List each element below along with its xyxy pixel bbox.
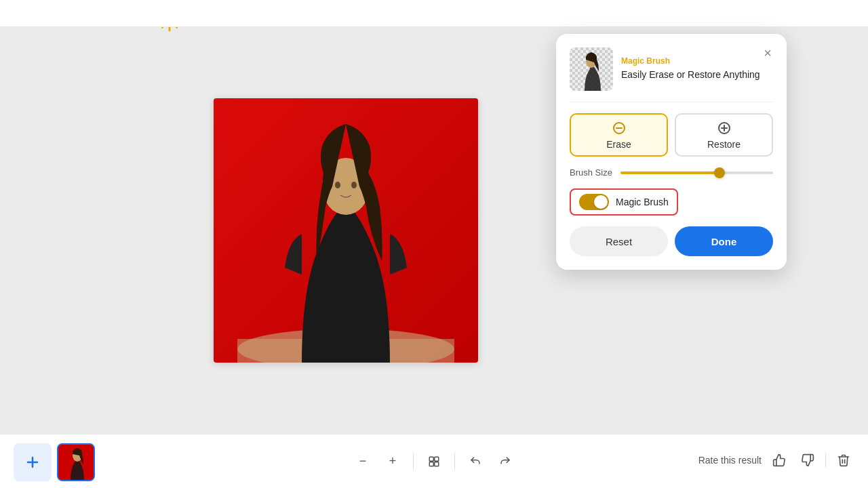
fit-button[interactable] (422, 449, 446, 474)
brush-size-label: Brush Size (570, 167, 612, 178)
add-page-button[interactable] (14, 443, 52, 481)
restore-mode-button[interactable]: Restore (675, 113, 773, 157)
svg-rect-33 (435, 457, 439, 461)
magic-brush-panel: × Magic Brush (556, 34, 787, 270)
brush-size-slider[interactable] (620, 171, 773, 174)
rate-label: Rate this result (698, 455, 762, 466)
thumbnail-strip (14, 443, 95, 481)
svg-point-16 (351, 182, 357, 188)
brush-slider-thumb (714, 167, 725, 178)
close-button[interactable]: × (758, 43, 777, 62)
top-bar (0, 0, 868, 27)
toolbar-divider-2 (454, 453, 455, 470)
magic-brush-toggle[interactable] (579, 194, 609, 210)
image-container[interactable] (214, 98, 478, 363)
thumbs-up-button[interactable] (768, 449, 790, 471)
toggle-knob (594, 195, 608, 209)
undo-button[interactable] (463, 449, 488, 474)
zoom-in-button[interactable]: + (380, 449, 405, 474)
panel-header-text: Magic Brush Easily Erase or Restore Anyt… (621, 56, 773, 82)
redo-button[interactable] (493, 449, 517, 474)
panel-preview-image (570, 47, 613, 91)
panel-header: Magic Brush Easily Erase or Restore Anyt… (570, 47, 773, 102)
page-thumbnail[interactable] (57, 443, 95, 481)
svg-rect-32 (429, 457, 433, 461)
rate-divider (825, 453, 826, 467)
magic-brush-toggle-label: Magic Brush (616, 197, 669, 207)
rate-section: Rate this result (698, 449, 854, 471)
feature-name-label: Magic Brush (621, 56, 773, 66)
erase-label: Erase (606, 139, 631, 150)
mode-buttons-group: Erase Restore (570, 113, 773, 157)
toolbar-center: − + (351, 449, 517, 474)
svg-rect-34 (429, 462, 433, 466)
panel-description: Easily Erase or Restore Anything (621, 68, 773, 82)
action-buttons-group: Reset Done (570, 226, 773, 256)
restore-label: Restore (707, 139, 741, 150)
delete-button[interactable] (833, 449, 854, 471)
thumbs-down-button[interactable] (797, 449, 818, 471)
erase-mode-button[interactable]: Erase (570, 113, 668, 157)
svg-point-15 (335, 182, 340, 188)
toolbar-divider-1 (413, 453, 414, 470)
done-button[interactable]: Done (675, 226, 773, 256)
bottom-toolbar: − + Rate th (0, 434, 868, 488)
brush-size-row: Brush Size (570, 167, 773, 178)
svg-rect-35 (435, 462, 439, 466)
magic-brush-toggle-row: Magic Brush (570, 188, 678, 216)
zoom-out-button[interactable]: − (351, 449, 375, 474)
reset-button[interactable]: Reset (570, 226, 668, 256)
